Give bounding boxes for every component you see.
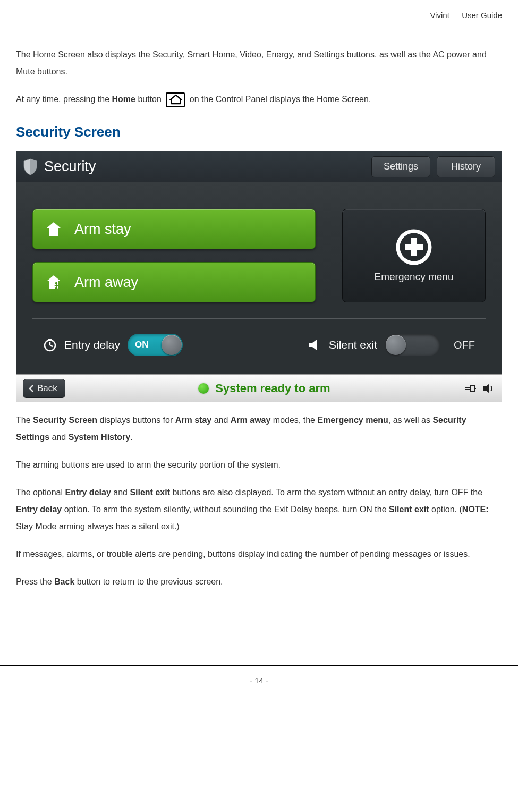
svg-rect-5: [48, 339, 52, 340]
arm-away-button[interactable]: Arm away: [32, 262, 316, 302]
intro-paragraph-2: At any time, pressing the Home button on…: [16, 91, 502, 108]
arm-away-label: Arm away: [74, 274, 138, 291]
screen-header: Security Settings History: [16, 151, 502, 182]
silent-exit-state: OFF: [454, 339, 475, 351]
svg-line-7: [50, 345, 53, 346]
section-title: Security Screen: [16, 124, 502, 140]
house-stay-icon: [45, 220, 63, 238]
back-button[interactable]: Back: [23, 379, 65, 398]
medical-cross-icon: [395, 229, 432, 266]
security-screen-screenshot: Security Settings History Arm stay: [16, 151, 502, 402]
svg-rect-8: [470, 386, 474, 391]
home-button-icon: [166, 92, 185, 107]
intro-paragraph-1: The Home Screen also displays the Securi…: [16, 46, 502, 80]
body-p2: The arming buttons are used to arm the s…: [16, 456, 502, 473]
speaker-icon: [308, 338, 321, 352]
status-indicator-dot: [198, 383, 209, 394]
body-p3: The optional Entry delay and Silent exit…: [16, 484, 502, 535]
toggle-knob: [386, 335, 406, 355]
svg-rect-3: [405, 244, 423, 250]
svg-point-0: [55, 282, 57, 284]
history-button[interactable]: History: [437, 156, 495, 177]
chevron-left-icon: [29, 385, 34, 392]
body-p5: Press the Back button to return to the p…: [16, 573, 502, 590]
entry-delay-state: ON: [135, 340, 149, 350]
timer-icon: [43, 338, 57, 352]
entry-delay-label: Entry delay: [64, 339, 120, 351]
emergency-menu-label: Emergency menu: [375, 271, 454, 283]
entry-delay-toggle[interactable]: ON: [128, 334, 183, 356]
screen-title: Security: [44, 158, 365, 175]
body-p1: The Security Screen displays buttons for…: [16, 412, 502, 446]
back-label: Back: [37, 383, 57, 394]
emergency-menu-button[interactable]: Emergency menu: [342, 209, 486, 302]
body-p4: If messages, alarms, or trouble alerts a…: [16, 546, 502, 563]
silent-exit-toggle[interactable]: [385, 334, 440, 356]
shield-icon: [23, 158, 38, 175]
settings-button[interactable]: Settings: [371, 156, 430, 177]
doc-header: Vivint — User Guide: [16, 11, 502, 20]
silent-exit-label: Silent exit: [329, 339, 377, 351]
arm-stay-label: Arm stay: [74, 221, 131, 238]
arm-stay-button[interactable]: Arm stay: [32, 209, 316, 249]
page-number: - 14 -: [0, 666, 518, 695]
house-away-icon: [45, 273, 63, 291]
toggle-knob: [162, 335, 182, 355]
power-plug-icon[interactable]: [463, 383, 476, 394]
status-text: System ready to arm: [215, 382, 330, 395]
volume-icon[interactable]: [482, 383, 495, 394]
